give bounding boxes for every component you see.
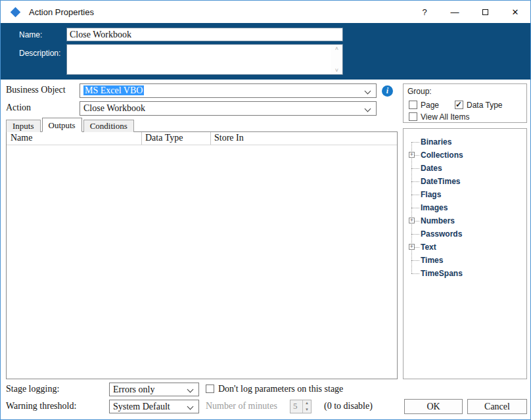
action-properties-dialog: Action Properties ? — ✕ Name: Descriptio… — [0, 0, 531, 420]
minimize-button[interactable]: — — [440, 1, 470, 23]
outputs-table-header: Name Data Type Store In — [7, 132, 397, 145]
minutes-spinner: 5 ▲ ▼ — [290, 400, 312, 413]
tree-item-label: Numbers — [421, 216, 455, 225]
tree-item[interactable]: + Images — [404, 201, 526, 214]
expand-plus-icon[interactable]: + — [409, 218, 415, 223]
type-tree: + Binaries + Collections + Dates + DateT… — [403, 128, 527, 379]
column-divider — [141, 132, 142, 145]
window-title: Action Properties — [29, 7, 94, 17]
tree-item[interactable]: + Text — [404, 241, 526, 254]
tree-item[interactable]: + Passwords — [404, 227, 526, 241]
tree-item[interactable]: + Numbers — [404, 214, 526, 227]
column-header-data-type[interactable]: Data Type — [145, 133, 183, 143]
tree-item[interactable]: + DateTimes — [404, 175, 526, 188]
dont-log-checkbox[interactable] — [206, 385, 214, 393]
warning-threshold-value: System Default — [113, 402, 170, 411]
outputs-table: Name Data Type Store In — [6, 131, 398, 379]
column-header-store-in[interactable]: Store In — [214, 133, 244, 143]
title-bar: Action Properties ? — ✕ — [1, 1, 530, 23]
tree-item[interactable]: + Binaries — [404, 135, 526, 149]
spin-down-icon: ▼ — [303, 407, 311, 413]
tab-inputs[interactable]: Inputs — [6, 120, 41, 132]
tree-item-label: Dates — [421, 164, 442, 173]
info-icon[interactable]: i — [382, 85, 393, 97]
tree-item[interactable]: + Dates — [404, 162, 526, 175]
column-divider — [210, 132, 211, 145]
minutes-value: 5 — [293, 401, 298, 411]
stage-logging-value: Errors only — [113, 385, 154, 394]
dont-log-label: Don't log parameters on this stage — [218, 384, 343, 394]
action-select[interactable]: Close Workbook — [80, 101, 377, 116]
name-input[interactable] — [66, 28, 343, 41]
chevron-down-icon — [365, 88, 371, 95]
action-value: Close Workbook — [83, 103, 145, 113]
page-checkbox[interactable] — [409, 101, 417, 109]
tree-item[interactable]: + Flags — [404, 188, 526, 201]
description-input[interactable] — [67, 45, 331, 74]
view-all-items-checkbox[interactable] — [409, 112, 417, 121]
maximize-icon — [482, 9, 488, 15]
group-title: Group: — [407, 87, 432, 96]
column-header-name[interactable]: Name — [11, 133, 32, 143]
tree-item[interactable]: + TimeSpans — [404, 267, 526, 280]
ok-button[interactable]: OK — [404, 399, 463, 414]
chevron-down-icon — [365, 106, 371, 112]
tree-item-label: Binaries — [421, 137, 451, 147]
name-label: Name: — [19, 30, 42, 39]
business-object-select[interactable]: MS Excel VBO — [80, 83, 377, 98]
tree-item-label: TimeSpans — [421, 269, 463, 278]
tree-item-label: Flags — [421, 190, 441, 199]
tree-item-label: Times — [421, 256, 443, 265]
tree-item[interactable]: + Collections — [404, 149, 526, 162]
number-of-minutes-label: Number of minutes — [206, 401, 277, 411]
data-type-checkbox[interactable] — [455, 101, 463, 109]
description-scrollbar[interactable]: ˄ ˅ — [331, 45, 342, 74]
caption-buttons: ? — ✕ — [409, 1, 530, 23]
scroll-down-icon[interactable]: ˅ — [335, 66, 338, 74]
tab-strip: Inputs Outputs Conditions — [6, 118, 135, 132]
tree-item-label: Images — [421, 203, 448, 212]
tree-item[interactable]: + Times — [404, 254, 526, 267]
spin-up-icon: ▲ — [303, 400, 311, 407]
data-type-checkbox-label: Data Type — [467, 101, 502, 110]
help-button[interactable]: ? — [409, 1, 440, 23]
stage-logging-label: Stage logging: — [6, 384, 59, 394]
view-all-items-checkbox-label: View All Items — [421, 112, 469, 122]
tree-item-label: Passwords — [421, 229, 462, 239]
warning-threshold-label: Warning threshold: — [6, 401, 76, 411]
business-object-label: Business Object — [6, 85, 66, 95]
chevron-down-icon — [187, 404, 194, 410]
warning-threshold-select[interactable]: System Default — [109, 400, 199, 413]
business-object-value: MS Excel VBO — [83, 85, 144, 95]
tab-outputs[interactable]: Outputs — [42, 118, 82, 132]
page-checkbox-label: Page — [421, 101, 439, 110]
tree-item-label: DateTimes — [421, 177, 460, 186]
disable-hint-label: (0 to disable) — [324, 401, 373, 411]
description-label: Description: — [19, 49, 60, 58]
header-band: Name: Description: ˄ ˅ — [1, 23, 530, 80]
scroll-up-icon[interactable]: ˄ — [335, 45, 338, 53]
stage-logging-select[interactable]: Errors only — [109, 383, 199, 396]
description-box: ˄ ˅ — [66, 44, 343, 75]
tree-item-label: Collections — [421, 151, 463, 160]
group-panel: Group: Page Data Type View All Items — [403, 83, 527, 123]
type-tree-items: + Binaries + Collections + Dates + DateT… — [404, 135, 526, 280]
app-diamond-icon — [11, 7, 21, 17]
expand-plus-icon[interactable]: + — [409, 244, 415, 250]
expand-plus-icon[interactable]: + — [409, 152, 415, 158]
tab-conditions[interactable]: Conditions — [83, 120, 134, 132]
action-label: Action — [6, 103, 31, 113]
tree-item-label: Text — [421, 243, 436, 252]
close-button[interactable]: ✕ — [500, 1, 530, 23]
cancel-button[interactable]: Cancel — [467, 399, 527, 414]
chevron-down-icon — [187, 386, 194, 393]
maximize-button[interactable] — [470, 1, 500, 23]
spinner-buttons: ▲ ▼ — [302, 400, 311, 413]
